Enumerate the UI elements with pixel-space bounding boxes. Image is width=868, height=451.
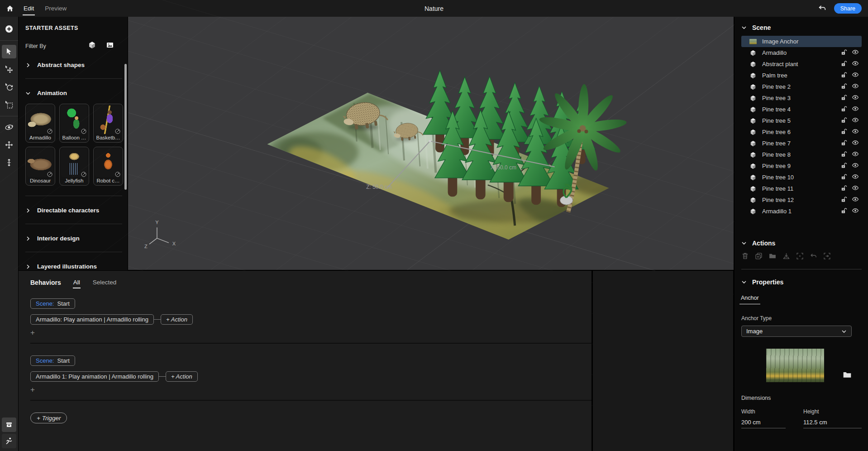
scene-item[interactable]: Pine tree 5: [741, 115, 862, 126]
scene-item[interactable]: Armadillo 1: [741, 206, 862, 217]
scene-item[interactable]: Pine tree 2: [741, 81, 862, 92]
section-layered-illustrations[interactable]: Layered illustrations: [25, 263, 122, 270]
scene-item[interactable]: Pine tree 3: [741, 92, 862, 104]
delete-icon[interactable]: [741, 252, 749, 262]
asset-card[interactable]: Armadillo: [25, 104, 55, 143]
asset-card[interactable]: Robot c…: [93, 147, 123, 186]
trigger-pill[interactable]: Scene: Start: [30, 355, 75, 366]
duplicate-icon[interactable]: [755, 252, 763, 262]
tab-preview[interactable]: Preview: [44, 0, 67, 17]
visibility-icon[interactable]: [852, 139, 859, 147]
height-field[interactable]: 112.5 cm: [803, 419, 862, 428]
behaviors-toggle-icon[interactable]: [2, 434, 16, 448]
share-button[interactable]: Share: [834, 3, 862, 14]
visibility-icon[interactable]: [852, 185, 859, 192]
assets-scrollbar[interactable]: [124, 64, 127, 190]
asset-card[interactable]: Jellyfish: [59, 147, 89, 186]
lock-icon[interactable]: [840, 196, 847, 204]
add-trigger-button[interactable]: + Trigger: [30, 413, 67, 423]
scene-item[interactable]: Pine tree 4: [741, 104, 862, 115]
replace-icon[interactable]: [823, 252, 831, 262]
frame-icon[interactable]: [796, 252, 804, 262]
scene-section-header[interactable]: Scene: [741, 24, 862, 31]
asset-card[interactable]: Basketb…: [93, 104, 123, 143]
filter-images-icon[interactable]: [106, 41, 114, 51]
move-tool-icon[interactable]: [2, 62, 16, 76]
browse-image-folder-icon[interactable]: [843, 370, 852, 379]
add-asset-icon[interactable]: [2, 22, 16, 36]
visibility-icon[interactable]: [852, 106, 859, 113]
visibility-icon[interactable]: [852, 162, 859, 170]
visibility-icon[interactable]: [852, 83, 859, 91]
scene-item[interactable]: Pine tree 11: [741, 183, 862, 194]
scene-item[interactable]: Pine tree 7: [741, 138, 862, 149]
visibility-icon[interactable]: [852, 72, 859, 79]
visibility-icon[interactable]: [852, 60, 859, 68]
tab-edit[interactable]: Edit: [23, 0, 35, 17]
lock-icon[interactable]: [840, 49, 847, 57]
section-animation[interactable]: Animation: [25, 90, 122, 96]
scene-item[interactable]: Pine tree 9: [741, 160, 862, 172]
behaviors-tab-all[interactable]: All: [73, 278, 81, 287]
starter-assets-toggle-icon[interactable]: [2, 417, 16, 432]
section-interior-design[interactable]: Interior design: [25, 235, 122, 242]
lock-icon[interactable]: [840, 173, 847, 182]
section-directable-characters[interactable]: Directable characters: [25, 207, 122, 214]
lock-icon[interactable]: [840, 117, 847, 125]
scene-item[interactable]: Pine tree 6: [741, 126, 862, 138]
lock-icon[interactable]: [840, 106, 847, 114]
behaviors-tab-selected[interactable]: Selected: [92, 278, 117, 287]
action-pill[interactable]: Armadillo 1: Play animation | Armadillo …: [30, 371, 159, 382]
trigger-pill[interactable]: Scene: Start: [30, 298, 75, 309]
select-tool-icon[interactable]: [2, 45, 16, 58]
visibility-icon[interactable]: [852, 94, 859, 102]
lock-icon[interactable]: [840, 72, 847, 80]
lock-icon[interactable]: [840, 128, 847, 136]
scale-tool-icon[interactable]: [2, 98, 16, 111]
lock-icon[interactable]: [840, 60, 847, 68]
viewport-3d[interactable]: Z: 50.0 cm X: 50.0 cm Y X Z: [128, 17, 734, 270]
scene-item[interactable]: Image Anchor: [741, 36, 862, 47]
asset-card[interactable]: Dinosaur: [25, 147, 55, 186]
scene-item[interactable]: Armadillo: [741, 47, 862, 58]
scene-item[interactable]: Palm tree: [741, 70, 862, 81]
properties-section-header[interactable]: Properties: [741, 278, 862, 286]
scene-item[interactable]: Abstract plant: [741, 58, 862, 70]
scene-item[interactable]: Pine tree 12: [741, 194, 862, 206]
filter-3d-objects-icon[interactable]: [88, 41, 96, 51]
lock-icon[interactable]: [840, 139, 847, 148]
export-icon[interactable]: [782, 252, 790, 262]
add-action-button[interactable]: + Action: [161, 314, 193, 325]
lock-icon[interactable]: [840, 185, 847, 193]
lock-icon[interactable]: [840, 83, 847, 91]
action-pill[interactable]: Armadillo: Play animation | Armadillo ro…: [30, 314, 154, 325]
add-action-row-button[interactable]: +: [30, 386, 38, 393]
lock-icon[interactable]: [840, 162, 847, 170]
asset-card[interactable]: Balloon …: [59, 104, 89, 143]
visibility-icon[interactable]: [852, 173, 859, 181]
lock-icon[interactable]: [840, 94, 847, 102]
rotate-tool-icon[interactable]: [2, 80, 16, 94]
undo-action-icon[interactable]: [810, 252, 817, 262]
anchor-tab[interactable]: Anchor: [739, 295, 760, 304]
visibility-icon[interactable]: [852, 117, 859, 125]
scene-item[interactable]: Pine tree 10: [741, 172, 862, 183]
lock-icon[interactable]: [840, 151, 847, 159]
actions-section-header[interactable]: Actions: [741, 240, 862, 247]
visibility-icon[interactable]: [852, 128, 859, 136]
add-action-row-button[interactable]: +: [30, 329, 38, 336]
section-abstract-shapes[interactable]: Abstract shapes: [25, 62, 122, 68]
pan-tool-icon[interactable]: [2, 138, 16, 152]
add-action-button[interactable]: + Action: [166, 371, 198, 382]
width-field[interactable]: 200 cm: [741, 419, 786, 428]
undo-icon[interactable]: [818, 4, 827, 13]
visibility-icon[interactable]: [852, 49, 859, 57]
home-icon[interactable]: [5, 4, 14, 13]
scene-item[interactable]: Pine tree 8: [741, 149, 862, 160]
anchor-type-select[interactable]: Image: [741, 326, 852, 337]
visibility-icon[interactable]: [852, 207, 859, 215]
dolly-tool-icon[interactable]: [2, 156, 16, 169]
visibility-icon[interactable]: [852, 196, 859, 204]
group-folder-icon[interactable]: [768, 252, 777, 262]
lock-icon[interactable]: [840, 207, 847, 216]
